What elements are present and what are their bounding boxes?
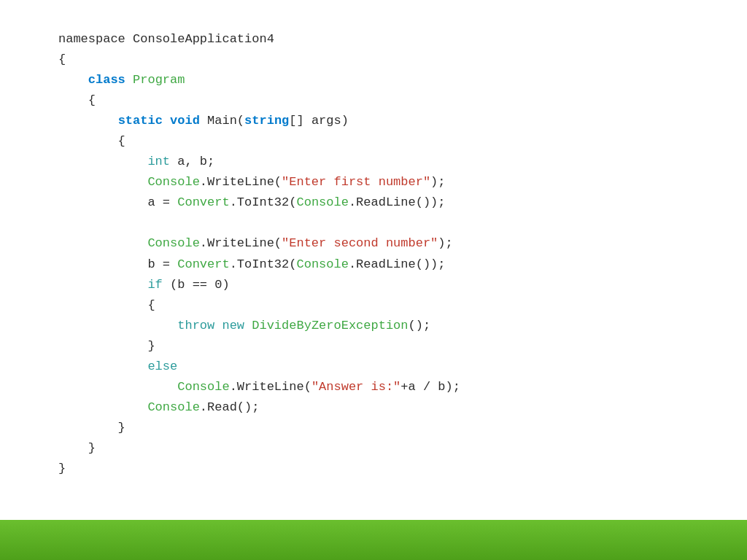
code-token: } <box>58 339 155 353</box>
code-token: Console <box>177 380 229 394</box>
code-token: { <box>58 298 155 312</box>
code-token: Console <box>296 257 348 271</box>
code-token: else <box>147 359 177 373</box>
code-line: if (b == 0) <box>58 275 689 295</box>
code-line: Console.Read(); <box>58 397 689 418</box>
code-token <box>58 380 177 394</box>
code-token: Convert <box>177 257 229 271</box>
code-token <box>58 175 147 189</box>
code-token: (); <box>409 319 431 332</box>
code-token: DivideByZeroException <box>252 319 408 332</box>
bottom-bar <box>0 520 747 560</box>
code-token: [] args) <box>289 114 349 128</box>
code-line: Console.WriteLine("Enter first number"); <box>58 172 689 192</box>
code-token: } <box>58 462 66 475</box>
code-line: throw new DivideByZeroException(); <box>58 316 689 336</box>
code-line: { <box>58 50 689 70</box>
code-token: .WriteLine( <box>200 236 282 250</box>
code-token: a, b; <box>170 155 214 168</box>
code-line: } <box>58 438 689 459</box>
code-token: (b == 0) <box>163 278 230 292</box>
code-token: new <box>222 319 244 332</box>
code-token <box>58 319 177 332</box>
code-token <box>58 236 147 250</box>
code-token: Program <box>133 73 185 87</box>
code-token: void <box>170 114 207 128</box>
code-token: Console <box>296 195 348 209</box>
code-token <box>58 278 147 292</box>
code-token: "Answer is:" <box>311 380 400 394</box>
code-line: { <box>58 90 689 111</box>
code-token: { <box>58 134 125 148</box>
code-token: ); <box>430 175 445 189</box>
code-token: .ReadLine()); <box>349 257 446 271</box>
code-token: .WriteLine( <box>200 175 282 189</box>
code-token: ); <box>438 236 452 250</box>
code-token: .ReadLine()); <box>349 195 446 209</box>
code-line: a = Convert.ToInt32(Console.ReadLine()); <box>58 192 689 213</box>
code-token: "Enter first number" <box>282 175 430 189</box>
code-token: Console <box>147 175 199 189</box>
code-token <box>58 155 147 168</box>
code-line: { <box>58 295 689 316</box>
code-line: else <box>58 357 689 377</box>
code-token <box>58 400 147 414</box>
code-line: static void Main(string[] args) <box>58 111 689 131</box>
code-token: } <box>58 441 96 455</box>
code-token <box>58 114 118 128</box>
code-token: .Read(); <box>200 400 260 414</box>
code-content: namespace ConsoleApplication4{ class Pro… <box>58 29 689 479</box>
code-token: Main( <box>207 114 244 128</box>
code-line: int a, b; <box>58 152 689 172</box>
code-token: .WriteLine( <box>230 380 311 394</box>
code-token: b = <box>58 257 177 271</box>
code-token <box>244 319 252 332</box>
code-token: string <box>244 114 289 128</box>
code-line: } <box>58 336 689 357</box>
code-token: throw <box>177 319 214 332</box>
code-token: { <box>58 52 66 66</box>
code-line: Console.WriteLine("Answer is:"+a / b); <box>58 377 689 397</box>
code-token: .ToInt32( <box>230 257 297 271</box>
code-line <box>58 213 689 233</box>
code-token: ConsoleApplication4 <box>133 32 274 46</box>
code-token: +a / b); <box>400 380 460 394</box>
code-token <box>58 359 147 373</box>
code-token: Console <box>147 236 199 250</box>
code-token: int <box>147 155 170 168</box>
code-line: b = Convert.ToInt32(Console.ReadLine()); <box>58 254 689 275</box>
code-token: class <box>88 73 133 87</box>
code-token: namespace <box>58 32 133 46</box>
code-token: "Enter second number" <box>282 236 438 250</box>
code-token: .ToInt32( <box>230 195 297 209</box>
code-token <box>58 73 88 87</box>
code-line: { <box>58 131 689 152</box>
code-token: { <box>58 93 96 107</box>
code-line: class Program <box>58 70 689 90</box>
code-token: } <box>58 421 125 435</box>
code-token: Convert <box>177 195 229 209</box>
code-token: if <box>147 278 162 292</box>
code-token: Console <box>147 400 199 414</box>
code-editor: namespace ConsoleApplication4{ class Pro… <box>0 0 747 520</box>
code-line: } <box>58 459 689 479</box>
code-line: } <box>58 418 689 438</box>
code-line: namespace ConsoleApplication4 <box>58 29 689 50</box>
code-line: Console.WriteLine("Enter second number")… <box>58 233 689 254</box>
code-token: static <box>118 114 170 128</box>
code-token <box>214 319 222 332</box>
code-token: a = <box>58 195 177 209</box>
